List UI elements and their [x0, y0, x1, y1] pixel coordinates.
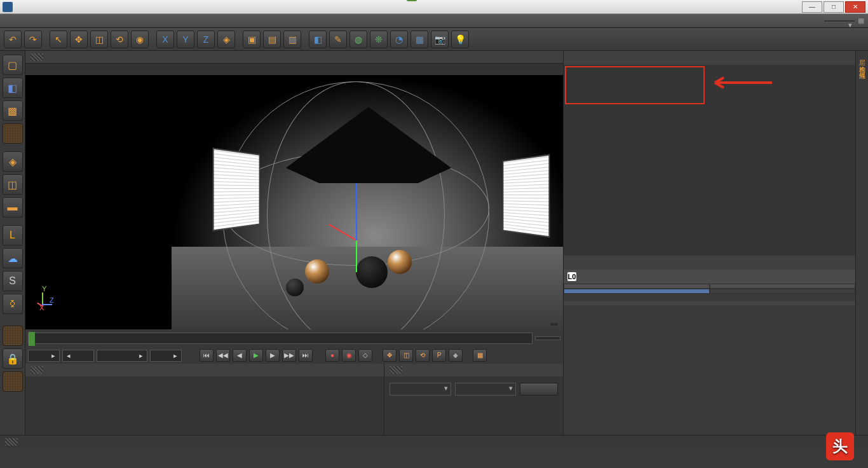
coord-mode-dropdown[interactable]	[390, 383, 451, 396]
timeline[interactable]	[25, 329, 563, 347]
goto-start-button[interactable]: ⏮	[200, 349, 214, 362]
magnet-button[interactable]: ⧲	[3, 294, 23, 314]
section-softbox-controls	[564, 301, 855, 305]
edge-mode-button[interactable]: ◫	[3, 174, 23, 195]
viewport-menu	[25, 51, 563, 64]
workplane2-button[interactable]	[3, 326, 23, 346]
scale-tool[interactable]: ◫	[90, 31, 108, 48]
render-view-button[interactable]: ▣	[243, 31, 261, 48]
x-axis-button[interactable]: X	[156, 31, 174, 48]
cube-primitive-button[interactable]: ◧	[309, 31, 327, 48]
light-button[interactable]: 💡	[451, 31, 469, 48]
deformer-button[interactable]: ❊	[370, 31, 388, 48]
viewport-3d[interactable]: YZX	[25, 75, 563, 329]
frame-end-field[interactable]: ▸	[150, 350, 182, 362]
record-button[interactable]: ●	[325, 349, 339, 362]
panel-grip-icon[interactable]	[31, 53, 43, 61]
environment-button[interactable]: ◔	[390, 31, 408, 48]
update-badge[interactable]	[407, 0, 417, 1]
snap-button[interactable]: S	[3, 271, 23, 291]
main-toolbar: ↶ ↷ ↖ ✥ ◫ ⟲ ◉ X Y Z ◈ ▣ ▤ ▥ ◧ ✎ ◍ ❊ ◔ ▦ …	[0, 28, 868, 51]
frame-start-field[interactable]: ▸	[28, 350, 60, 362]
tab-softbox-controls[interactable]	[710, 289, 856, 294]
point-mode-button[interactable]: ◈	[3, 151, 23, 172]
workplane-button[interactable]	[3, 123, 23, 144]
render-settings-button[interactable]: ▥	[283, 31, 301, 48]
close-button[interactable]: ✕	[845, 1, 865, 13]
key-pos-button[interactable]: ✥	[383, 349, 397, 362]
generator-button[interactable]: ◍	[349, 31, 367, 48]
softbox-right	[503, 154, 550, 237]
sphere-1	[305, 259, 329, 284]
undo-button[interactable]: ↶	[4, 31, 22, 48]
app-icon	[3, 2, 13, 12]
apply-button[interactable]	[520, 383, 558, 396]
prev-key-button[interactable]: ◀◀	[216, 349, 230, 362]
layout-dropdown[interactable]	[824, 20, 855, 22]
material-panel	[25, 364, 384, 435]
sphere-4	[286, 279, 304, 296]
viewport-label	[25, 64, 563, 75]
model-mode-button[interactable]: ◧	[3, 78, 23, 98]
keyframe-sel-button[interactable]: ◇	[358, 349, 372, 362]
annotation-box	[565, 66, 705, 104]
texture-mode-button[interactable]: ▩	[3, 100, 23, 121]
main-menu: ▦	[0, 14, 868, 28]
key-rot-button[interactable]: ⟲	[416, 349, 430, 362]
panel-grip-icon[interactable]	[390, 366, 402, 374]
layout-lock-icon[interactable]: ▦	[858, 17, 864, 25]
coord-system-button[interactable]: ◈	[217, 31, 235, 48]
render-region-button[interactable]: ▤	[263, 31, 281, 48]
null-icon: L0	[567, 272, 576, 281]
sphere-3	[388, 250, 412, 274]
frame-in-field[interactable]: ◂	[62, 350, 94, 362]
tab-object[interactable]	[564, 289, 710, 294]
minimize-button[interactable]: —	[802, 1, 822, 13]
tab-coord[interactable]	[710, 284, 856, 289]
redo-button[interactable]: ↷	[24, 31, 42, 48]
left-palette: ▢ ◧ ▩ ◈ ◫ ▬ L ☁ S ⧲ 🔒	[0, 51, 25, 435]
timeline-end-field[interactable]	[535, 336, 560, 340]
right-column: L0	[563, 51, 855, 435]
nav-gizmo[interactable]: YZX	[31, 285, 56, 310]
move-tool[interactable]: ✥	[70, 31, 88, 48]
tweak-mode-button[interactable]: ☁	[3, 248, 23, 268]
coordinates-panel	[384, 364, 563, 435]
frame-out-field[interactable]: ▸	[97, 350, 147, 362]
attr-tabs-2	[564, 289, 855, 294]
last-tool[interactable]: ◉	[131, 31, 149, 48]
planar-button[interactable]	[3, 371, 23, 392]
key-scale-button[interactable]: ◫	[399, 349, 413, 362]
key-param-button[interactable]: P	[432, 349, 446, 362]
grid-info-label	[550, 323, 558, 326]
sphere-2	[356, 256, 388, 288]
make-editable-button[interactable]: ▢	[3, 55, 23, 75]
next-frame-button[interactable]: ▶	[266, 349, 280, 362]
tab-basic[interactable]	[564, 284, 710, 289]
attribute-manager-menu	[564, 256, 855, 270]
axis-mode-button[interactable]: L	[3, 225, 23, 245]
select-tool[interactable]: ↖	[50, 31, 67, 48]
spline-button[interactable]: ✎	[329, 31, 347, 48]
prev-frame-button[interactable]: ◀	[233, 349, 247, 362]
z-axis-button[interactable]: Z	[197, 31, 215, 48]
maximize-button[interactable]: □	[824, 1, 844, 13]
rotate-tool[interactable]: ⟲	[111, 31, 128, 48]
floor-button[interactable]: ▦	[410, 31, 428, 48]
lock-button[interactable]: 🔒	[3, 348, 23, 369]
next-key-button[interactable]: ▶▶	[282, 349, 296, 362]
key-pla-button[interactable]: ◆	[449, 349, 463, 362]
panel-grip-icon[interactable]	[31, 366, 43, 374]
polygon-mode-button[interactable]: ▬	[3, 197, 23, 217]
play-button[interactable]: ▶	[249, 349, 263, 362]
viewport-panel: YZX ▸ ◂ ▸ ▸ ⏮ ◀◀ ◀ ▶ ▶ ▶▶	[25, 51, 563, 435]
size-mode-dropdown[interactable]	[455, 383, 517, 396]
object-manager-tree[interactable]	[564, 65, 855, 256]
autokey-button[interactable]: ◉	[342, 349, 356, 362]
section-light-options[interactable]	[569, 306, 853, 310]
section-object-props	[569, 296, 853, 300]
camera-button[interactable]: 📷	[431, 31, 449, 48]
timeline-dope-button[interactable]: ▦	[473, 349, 487, 362]
y-axis-button[interactable]: Y	[177, 31, 194, 48]
goto-end-button[interactable]: ⏭	[299, 349, 313, 362]
